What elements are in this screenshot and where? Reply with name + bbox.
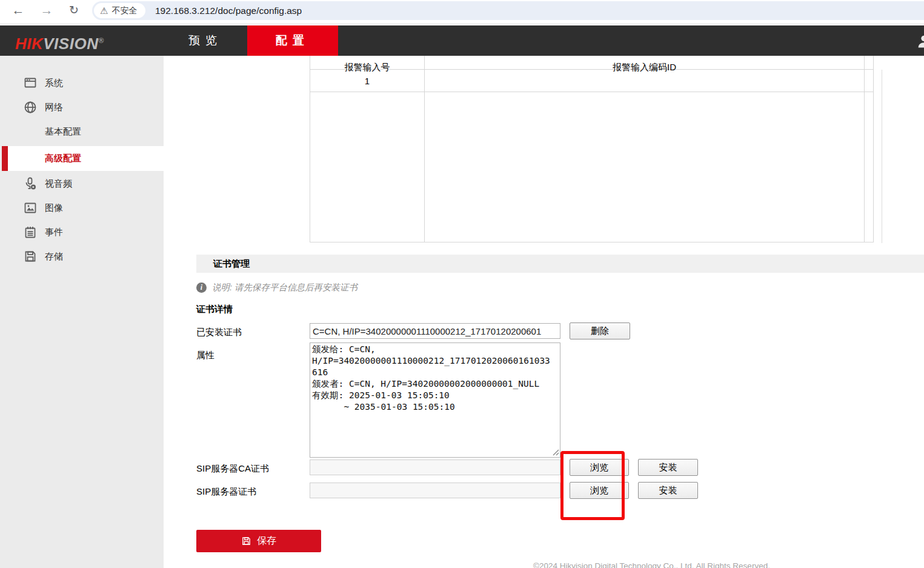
save-button-label: 保存 [257, 535, 276, 547]
cert-attributes-textarea[interactable]: 颁发给: C=CN, H/IP=34020000001110000212_171… [310, 342, 560, 458]
tab-config[interactable]: 配置 [247, 25, 338, 56]
user-account-icon[interactable] [916, 33, 924, 50]
sidebar-item-label: 视音频 [45, 178, 72, 190]
browser-toolbar: ← → ↻ ⚠ 不安全 192.168.3.212/doc/page/confi… [0, 0, 924, 24]
app-header: HIKVISION® 预览 配置 [0, 25, 924, 56]
hikvision-logo: HIKVISION® [15, 25, 104, 56]
system-icon [23, 76, 38, 90]
footer-copyright: ©2024 Hikvision Digital Technology Co., … [533, 561, 770, 568]
security-status-label: 不安全 [111, 5, 137, 16]
section-title-cert-management: 证书管理 [196, 255, 924, 273]
cert-attributes-label: 属性 [196, 350, 214, 361]
hikvision-config-page: ← → ↻ ⚠ 不安全 192.168.3.212/doc/page/confi… [0, 0, 924, 568]
tab-preview[interactable]: 预览 [164, 25, 247, 56]
installed-cert-input[interactable] [310, 323, 560, 339]
table-empty-body [310, 92, 873, 242]
sidebar-item-label: 基本配置 [45, 126, 81, 138]
sidebar-item-image[interactable]: 图像 [0, 196, 164, 220]
sip-cert-input[interactable] [310, 483, 560, 498]
logo-registered-mark: ® [98, 36, 104, 45]
sidebar-nav: 系统 网络 基本配置 高级配置 视音频 [0, 56, 164, 568]
cell-alarm-input-code-id[interactable] [425, 70, 865, 92]
url-text[interactable]: 192.168.3.212/doc/page/config.asp [155, 1, 302, 20]
active-item-indicator [2, 146, 8, 171]
image-icon [23, 201, 38, 215]
table-outer-border [882, 70, 882, 243]
sidebar-item-audio-video[interactable]: 视音频 [0, 172, 164, 196]
network-icon [23, 100, 38, 115]
audio-video-icon [23, 176, 38, 191]
save-button[interactable]: 保存 [196, 530, 321, 552]
sip-cert-install-button[interactable]: 安装 [638, 482, 698, 499]
info-icon: i [196, 282, 207, 293]
sip-cert-label: SIP服务器证书 [196, 486, 256, 498]
browser-reload-icon[interactable]: ↻ [65, 1, 83, 19]
cert-note-text: 说明: 请先保存平台信息后再安装证书 [212, 282, 357, 293]
table-row[interactable]: 1 [310, 70, 873, 92]
security-status-chip[interactable]: ⚠ 不安全 [94, 3, 145, 18]
logo-hik: HIK [15, 35, 43, 53]
alarm-input-table: 报警输入号 报警输入编码ID 1 [310, 48, 874, 242]
sidebar-item-label: 系统 [45, 78, 63, 89]
event-icon [23, 225, 38, 239]
sip-ca-install-button[interactable]: 安装 [638, 459, 698, 476]
sip-ca-browse-button[interactable]: 浏览 [570, 459, 629, 476]
not-secure-warning-icon: ⚠ [100, 5, 108, 16]
storage-icon [23, 249, 38, 264]
sidebar-item-storage[interactable]: 存储 [0, 244, 164, 269]
delete-cert-button[interactable]: 删除 [570, 322, 630, 339]
logo-vision: VISION [43, 35, 98, 53]
cert-detail-title: 证书详情 [196, 304, 233, 315]
installed-cert-label: 已安装证书 [196, 327, 242, 338]
sidebar-item-system[interactable]: 系统 [0, 71, 164, 95]
sip-cert-browse-button[interactable]: 浏览 [570, 482, 629, 499]
row-spacer-cell [865, 70, 873, 92]
browser-forward-icon[interactable]: → [38, 1, 56, 19]
sidebar-item-label: 网络 [45, 102, 63, 113]
sidebar-item-label: 高级配置 [45, 153, 81, 164]
sidebar-item-label: 事件 [45, 227, 63, 238]
sip-ca-cert-input[interactable] [310, 459, 560, 475]
sidebar-item-basic-config[interactable]: 基本配置 [0, 119, 164, 144]
sidebar-item-event[interactable]: 事件 [0, 220, 164, 244]
sidebar-item-label: 存储 [45, 251, 63, 262]
save-disk-icon [241, 536, 251, 546]
browser-back-icon[interactable]: ← [9, 1, 27, 19]
sidebar-item-advanced-config[interactable]: 高级配置 [8, 146, 164, 171]
sidebar-item-label: 图像 [45, 202, 63, 214]
sip-ca-cert-label: SIP服务器CA证书 [196, 463, 269, 475]
cert-note-line: i 说明: 请先保存平台信息后再安装证书 [196, 281, 357, 293]
cell-alarm-input-no: 1 [310, 70, 425, 92]
address-bar[interactable]: ⚠ 不安全 192.168.3.212/doc/page/config.asp [92, 1, 924, 20]
sidebar-item-network[interactable]: 网络 [0, 95, 164, 119]
